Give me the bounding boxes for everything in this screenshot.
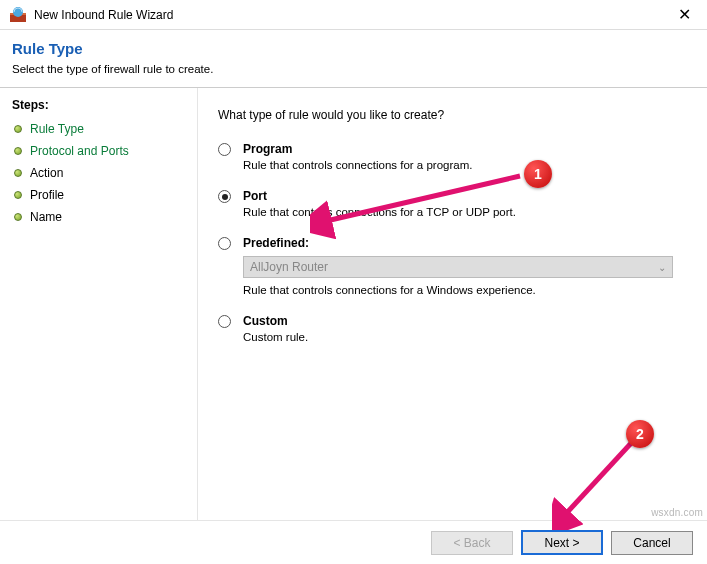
step-protocol-ports[interactable]: Protocol and Ports bbox=[4, 140, 193, 162]
option-port-desc: Rule that controls connections for a TCP… bbox=[243, 206, 681, 218]
predefined-value: AllJoyn Router bbox=[250, 260, 328, 274]
bullet-icon bbox=[14, 191, 22, 199]
option-program[interactable]: Program Rule that controls connections f… bbox=[218, 142, 681, 171]
cancel-button[interactable]: Cancel bbox=[611, 531, 693, 555]
step-label: Rule Type bbox=[30, 122, 84, 136]
step-name[interactable]: Name bbox=[4, 206, 193, 228]
option-predefined-label: Predefined: bbox=[243, 236, 681, 250]
page-title: Rule Type bbox=[12, 40, 695, 57]
option-port[interactable]: Port Rule that controls connections for … bbox=[218, 189, 681, 218]
steps-heading: Steps: bbox=[4, 96, 193, 118]
option-predefined-desc: Rule that controls connections for a Win… bbox=[243, 284, 681, 296]
window-title: New Inbound Rule Wizard bbox=[34, 8, 672, 22]
option-custom-desc: Custom rule. bbox=[243, 331, 681, 343]
wizard-header: Rule Type Select the type of firewall ru… bbox=[0, 30, 707, 88]
option-predefined[interactable]: Predefined: AllJoyn Router ⌄ Rule that c… bbox=[218, 236, 681, 296]
next-button[interactable]: Next > bbox=[521, 530, 603, 555]
step-label: Profile bbox=[30, 188, 64, 202]
option-program-desc: Rule that controls connections for a pro… bbox=[243, 159, 681, 171]
bullet-icon bbox=[14, 125, 22, 133]
watermark: wsxdn.com bbox=[651, 507, 703, 518]
close-icon[interactable]: ✕ bbox=[672, 5, 697, 24]
option-custom-label: Custom bbox=[243, 314, 681, 328]
wizard-main: What type of rule would you like to crea… bbox=[198, 88, 707, 523]
chevron-down-icon: ⌄ bbox=[658, 262, 666, 273]
radio-icon[interactable] bbox=[218, 190, 231, 203]
step-profile[interactable]: Profile bbox=[4, 184, 193, 206]
option-port-label: Port bbox=[243, 189, 681, 203]
step-label: Action bbox=[30, 166, 63, 180]
step-label: Name bbox=[30, 210, 62, 224]
step-action[interactable]: Action bbox=[4, 162, 193, 184]
wizard-body: Steps: Rule Type Protocol and Ports Acti… bbox=[0, 88, 707, 523]
annotation-badge-2: 2 bbox=[626, 420, 654, 448]
option-program-label: Program bbox=[243, 142, 681, 156]
radio-icon[interactable] bbox=[218, 237, 231, 250]
step-label: Protocol and Ports bbox=[30, 144, 129, 158]
radio-icon[interactable] bbox=[218, 315, 231, 328]
back-button: < Back bbox=[431, 531, 513, 555]
bullet-icon bbox=[14, 147, 22, 155]
prompt-text: What type of rule would you like to crea… bbox=[218, 108, 681, 122]
title-bar: New Inbound Rule Wizard ✕ bbox=[0, 0, 707, 30]
bullet-icon bbox=[14, 213, 22, 221]
step-rule-type[interactable]: Rule Type bbox=[4, 118, 193, 140]
option-custom[interactable]: Custom Custom rule. bbox=[218, 314, 681, 343]
predefined-select: AllJoyn Router ⌄ bbox=[243, 256, 673, 278]
radio-icon[interactable] bbox=[218, 143, 231, 156]
page-subtitle: Select the type of firewall rule to crea… bbox=[12, 63, 695, 75]
annotation-badge-1: 1 bbox=[524, 160, 552, 188]
steps-sidebar: Steps: Rule Type Protocol and Ports Acti… bbox=[0, 88, 198, 523]
wizard-footer: < Back Next > Cancel bbox=[0, 520, 707, 564]
svg-point-2 bbox=[13, 7, 23, 17]
firewall-icon bbox=[10, 7, 26, 23]
bullet-icon bbox=[14, 169, 22, 177]
